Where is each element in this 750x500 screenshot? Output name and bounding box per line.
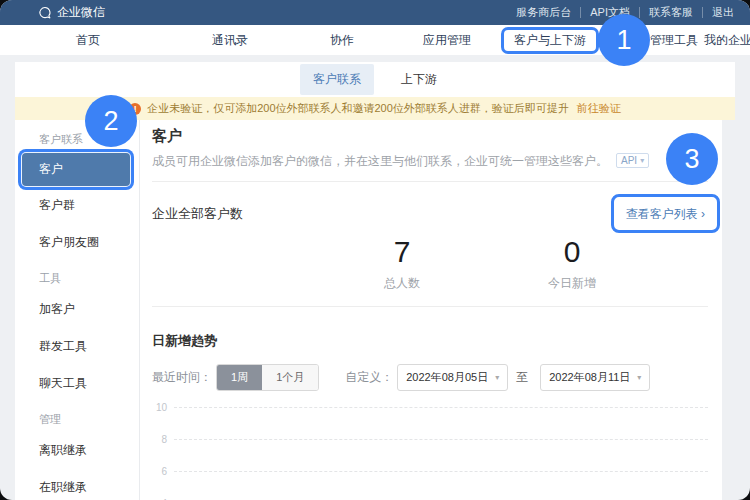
y-axis-tick: 10 <box>152 403 174 413</box>
chevron-right-icon: › <box>701 207 705 221</box>
contact-support-link[interactable]: 联系客服 <box>639 7 702 18</box>
page-title: 客户 <box>152 127 708 144</box>
go-verify-link[interactable]: 前往验证 <box>577 101 621 116</box>
view-customer-list-link[interactable]: 查看客户列表 › <box>626 207 705 221</box>
screen: 企业微信 服务商后台 API文档 联系客服 退出 首页 通讯录 协作 应用管理 … <box>0 0 750 500</box>
sidebar-item-customer-groups[interactable]: 客户群 <box>15 187 139 224</box>
stat-total-value: 7 <box>384 236 420 268</box>
daily-trend-section: 日新增趋势 最近时间： 1周 1个月 自定义： 2022年08月05日 ▾ 至 <box>152 307 708 500</box>
sidebar-item-chat-tools[interactable]: 聊天工具 <box>15 365 139 402</box>
sidebar-item-resigned-handover[interactable]: 离职继承 <box>15 432 139 469</box>
right-gutter <box>722 120 735 500</box>
page-description: 成员可用企业微信添加客户的微信，并在这里与他们联系，企业可统一管理这些客户。 <box>152 154 608 168</box>
nav-item-admin-tools[interactable]: 管理工具 <box>650 32 698 49</box>
chevron-down-icon: ▾ <box>495 373 499 382</box>
nav-item-home[interactable]: 首页 <box>76 32 100 49</box>
stats-section-title: 企业全部客户数 <box>152 205 243 223</box>
tab-upstream-downstream[interactable]: 上下游 <box>388 64 450 95</box>
stat-new-today: 0 今日新增 <box>548 236 596 292</box>
annotation-step-3: 3 <box>666 133 718 185</box>
sub-tabs: 客户联系 上下游 <box>15 62 735 97</box>
annotation-step-1: 1 <box>598 14 650 66</box>
wechat-work-logo-icon <box>38 6 52 20</box>
brand: 企业微信 <box>38 4 105 21</box>
tab-customer-contact[interactable]: 客户联系 <box>300 64 374 95</box>
y-axis-tick: 6 <box>152 467 174 477</box>
sidebar-item-group-messaging[interactable]: 群发工具 <box>15 328 139 365</box>
to-label: 至 <box>516 369 528 386</box>
provider-console-link[interactable]: 服务商后台 <box>507 7 580 18</box>
end-date-select[interactable]: 2022年08月11日 ▾ <box>540 364 650 391</box>
logout-link[interactable]: 退出 <box>702 7 736 18</box>
range-toggle: 1周 1个月 <box>216 364 319 391</box>
gridline <box>174 439 708 440</box>
trend-chart: 10 8 6 4 <box>152 407 708 500</box>
start-date-value: 2022年08月05日 <box>406 370 488 385</box>
trend-section-title: 日新增趋势 <box>152 332 708 350</box>
nav-item-contacts[interactable]: 通讯录 <box>212 32 248 49</box>
gridline <box>174 407 708 408</box>
trend-controls: 最近时间： 1周 1个月 自定义： 2022年08月05日 ▾ 至 2022年0… <box>152 364 708 391</box>
start-date-select[interactable]: 2022年08月05日 ▾ <box>397 364 508 391</box>
stat-total-label: 总人数 <box>384 275 420 292</box>
sidebar: 客户联系 客户 客户群 客户朋友圈 工具 加客户 群发工具 聊天工具 管理 离职… <box>15 120 140 500</box>
stat-new-today-value: 0 <box>548 236 596 268</box>
sidebar-section-tools: 工具 <box>15 261 139 291</box>
sidebar-item-add-customers[interactable]: 加客户 <box>15 291 139 328</box>
card-body: 客户联系 客户 客户群 客户朋友圈 工具 加客户 群发工具 聊天工具 管理 离职… <box>15 120 735 500</box>
sidebar-section-management: 管理 <box>15 402 139 432</box>
chevron-down-icon: ▾ <box>637 373 641 382</box>
y-axis-tick: 8 <box>152 435 174 445</box>
brand-name: 企业微信 <box>57 4 105 21</box>
customer-stats-section: 企业全部客户数 查看客户列表 › 7 总人数 <box>152 182 708 307</box>
stats-row: 7 总人数 0 今日新增 <box>152 236 708 306</box>
banner-text: 企业未验证，仅可添加200位外部联系人和邀请200位外部联系人进群，验证后即可提… <box>147 101 569 116</box>
end-date-value: 2022年08月11日 <box>549 370 630 385</box>
stat-total-customers: 7 总人数 <box>384 236 420 292</box>
nav-item-app-management[interactable]: 应用管理 <box>423 32 471 49</box>
nav-item-customers-upstream-downstream[interactable]: 客户与上下游 <box>501 27 599 54</box>
api-badge-label: API <box>621 154 637 167</box>
annotation-box-view-list: 查看客户列表 › <box>611 194 720 233</box>
sidebar-item-customers[interactable]: 客户 <box>22 153 130 186</box>
nav-item-my-company[interactable]: 我的企业 <box>704 32 750 49</box>
chevron-down-icon: ▾ <box>640 154 644 167</box>
range-option-1-week[interactable]: 1周 <box>217 365 262 390</box>
range-option-1-month[interactable]: 1个月 <box>262 365 318 390</box>
main-panel: 客户 成员可用企业微信添加客户的微信，并在这里与他们联系，企业可统一管理这些客户… <box>140 120 722 500</box>
stat-new-today-label: 今日新增 <box>548 275 596 292</box>
api-dropdown-badge[interactable]: API ▾ <box>616 153 649 168</box>
sidebar-item-active-handover[interactable]: 在职继承 <box>15 469 139 500</box>
annotation-step-2: 2 <box>85 95 137 147</box>
custom-range-label: 自定义： <box>345 369 393 386</box>
gridline <box>174 471 708 472</box>
nav-item-collaboration[interactable]: 协作 <box>330 32 354 49</box>
sidebar-item-customer-moments[interactable]: 客户朋友圈 <box>15 224 139 261</box>
page-header: 客户 成员可用企业微信添加客户的微信，并在这里与他们联系，企业可统一管理这些客户… <box>152 120 708 182</box>
recent-time-label: 最近时间： <box>152 369 212 386</box>
